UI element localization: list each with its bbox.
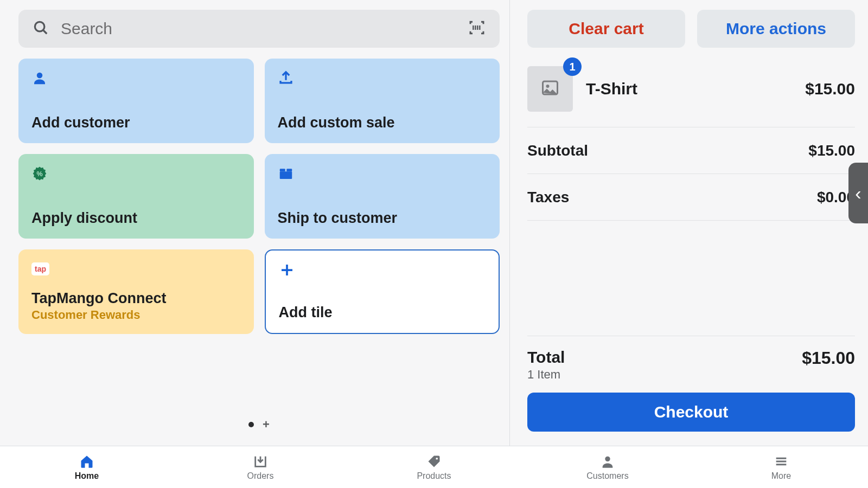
upload-icon <box>278 68 487 88</box>
nav-customers[interactable]: Customers <box>521 446 694 488</box>
search-bar[interactable] <box>18 10 500 48</box>
page-indicator: + <box>18 410 500 441</box>
taxes-row[interactable]: Taxes $0.00 <box>527 174 855 221</box>
checkout-button[interactable]: Checkout <box>527 393 855 432</box>
menu-icon <box>774 454 789 469</box>
nav-products[interactable]: Products <box>347 446 521 488</box>
drawer-handle[interactable]: ‹ <box>848 163 868 223</box>
chevron-left-icon: ‹ <box>855 183 861 204</box>
home-icon <box>79 454 94 469</box>
tapmango-logo-icon: tap <box>31 259 241 279</box>
svg-point-2 <box>37 73 43 79</box>
add-custom-sale-tile[interactable]: Add custom sale <box>265 59 500 143</box>
total-label: Total <box>527 348 565 367</box>
svg-rect-5 <box>279 169 285 171</box>
subtotal-row: Subtotal $15.00 <box>527 127 855 174</box>
svg-line-1 <box>43 30 47 34</box>
clear-cart-button[interactable]: Clear cart <box>527 10 685 48</box>
svg-text:%: % <box>36 170 42 178</box>
add-page-icon[interactable]: + <box>263 418 270 432</box>
item-name: T-Shirt <box>586 80 792 98</box>
tapmango-tile[interactable]: tap TapMango Connect Customer Rewards <box>18 249 254 334</box>
barcode-scan-icon[interactable] <box>468 19 486 38</box>
tile-label: Add tile <box>279 304 486 321</box>
svg-rect-4 <box>279 171 292 179</box>
taxes-label: Taxes <box>527 189 569 206</box>
tile-label: Ship to customer <box>278 210 487 227</box>
total-amount: $15.00 <box>802 348 855 368</box>
inbox-icon <box>253 454 268 469</box>
nav-orders[interactable]: Orders <box>174 446 347 488</box>
plus-icon <box>279 260 486 280</box>
cart-item[interactable]: 1 T-Shirt $15.00 <box>527 48 855 127</box>
package-icon <box>278 164 487 183</box>
nav-label: More <box>771 471 791 481</box>
tag-icon <box>426 454 442 469</box>
nav-label: Customers <box>586 471 628 481</box>
add-customer-tile[interactable]: Add customer <box>18 59 254 143</box>
ship-to-customer-tile[interactable]: Ship to customer <box>265 154 500 239</box>
subtotal-value: $15.00 <box>808 142 855 159</box>
cart-pane: Clear cart More actions 1 T-Shirt $15.00… <box>510 0 868 446</box>
person-icon <box>31 68 241 88</box>
more-actions-button[interactable]: More actions <box>697 10 855 48</box>
apply-discount-tile[interactable]: % Apply discount <box>18 154 254 239</box>
bottom-nav: Home Orders Products Customers More <box>0 446 868 488</box>
quantity-badge: 1 <box>563 57 582 76</box>
page-dot-active[interactable] <box>248 422 254 427</box>
nav-home[interactable]: Home <box>0 446 174 488</box>
search-icon <box>33 20 49 38</box>
item-thumbnail: 1 <box>527 66 573 112</box>
item-price: $15.00 <box>805 80 855 98</box>
nav-label: Orders <box>247 471 274 481</box>
discount-badge-icon: % <box>31 164 241 183</box>
nav-label: Home <box>75 471 99 481</box>
image-placeholder-icon <box>540 78 560 100</box>
nav-label: Products <box>417 471 451 481</box>
tile-label: Add custom sale <box>278 114 487 131</box>
svg-rect-6 <box>286 169 292 171</box>
tile-sublabel: Customer Rewards <box>31 308 241 322</box>
tile-label: Apply discount <box>31 210 241 227</box>
cart-footer: Total 1 Item $15.00 Checkout <box>527 336 855 446</box>
tile-label: TapMango Connect <box>31 290 241 307</box>
add-tile-button[interactable]: Add tile <box>265 249 500 334</box>
person-icon <box>600 454 615 469</box>
tiles-grid: Add customer Add custom sale % Apply dis… <box>18 59 500 334</box>
svg-point-8 <box>546 85 550 88</box>
svg-point-10 <box>605 456 610 461</box>
subtotal-label: Subtotal <box>527 142 588 159</box>
total-sublabel: 1 Item <box>527 368 565 382</box>
search-input[interactable] <box>61 20 456 38</box>
nav-more[interactable]: More <box>694 446 868 488</box>
tile-label: Add customer <box>31 114 241 131</box>
left-pane: Add customer Add custom sale % Apply dis… <box>0 0 510 446</box>
svg-point-9 <box>436 457 438 459</box>
svg-point-0 <box>35 22 44 31</box>
